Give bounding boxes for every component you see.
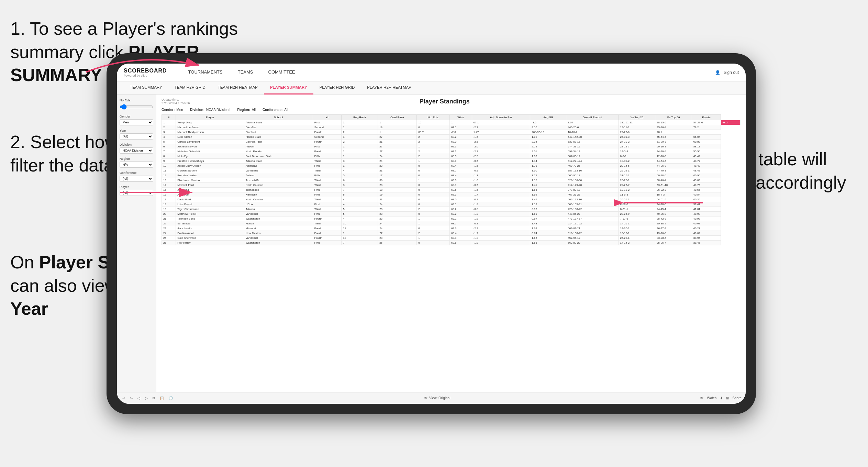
gender-label: Gender (120, 115, 153, 118)
redo-button[interactable]: ↪ (129, 396, 134, 401)
table-row: 21Taehoon SongWashingtonFourth423169.1-1… (162, 216, 741, 221)
app-header: SCOREBOARD Powered by clipp TOURNAMENTS … (117, 64, 746, 81)
col-overall-record: Overall Record (566, 115, 619, 120)
sub-nav-team-h2h-heatmap[interactable]: TEAM H2H HEATMAP (212, 81, 264, 94)
col-vs-top25: Vs Top 25 (619, 115, 655, 120)
forward-button[interactable]: ▷ (144, 396, 149, 401)
update-time-label: Update time: (162, 98, 190, 101)
tablet-screen: SCOREBOARD Powered by clipp TOURNAMENTS … (117, 64, 746, 404)
division-label: Division (120, 143, 153, 146)
col-no-rds: No. Rds. (417, 115, 450, 120)
undo-button[interactable]: ↩ (121, 396, 126, 401)
update-time-value: 27/03/2024 16:56:26 (162, 101, 190, 105)
watch-label[interactable]: Watch (707, 396, 716, 400)
toolbar-left: ↩ ↪ ◁ ▷ ⧉ 📋 🕐 (121, 396, 174, 401)
sub-nav-team-h2h-grid[interactable]: TEAM H2H GRID (168, 81, 212, 94)
table-row: 5Christo LamprechtGeorgia TechFourth2212… (162, 140, 741, 144)
filter-region: Region: All (237, 108, 256, 112)
col-adj-score: Adj. Score to Par (472, 115, 530, 120)
table-row: 1Wenyi DingArizona StateFirst1115167.1-3… (162, 120, 741, 125)
main-nav: TOURNAMENTS TEAMS COMMITTEE (181, 64, 715, 81)
download-icon[interactable]: ⬇ (720, 396, 723, 400)
table-row: 19Tiger ChristensenArizonaThird523269.2-… (162, 207, 741, 212)
filter-division: Division: NCAA Division I (190, 108, 231, 112)
col-school: School (244, 115, 313, 120)
sign-out-link[interactable]: Sign out (724, 70, 739, 75)
table-row: 12Brendan ValdesAuburnFifth517068.4-1.11… (162, 173, 741, 178)
filter-gender: Gender: Men (162, 108, 183, 112)
toolbar-center: 👁 View: Original (424, 396, 450, 400)
table-header: # Player School Yr Reg Rank Conf Rank No… (162, 115, 741, 120)
conference-select[interactable]: (All) (120, 176, 153, 182)
bottom-toolbar: ↩ ↪ ◁ ▷ ⧉ 📋 🕐 👁 View: Original 👁 Watch ⬇… (117, 392, 746, 404)
tablet-device: SCOREBOARD Powered by clipp TOURNAMENTS … (107, 53, 756, 414)
main-content: No Rds. Gender Men Year (All) Division N… (117, 94, 746, 404)
step1-number: 1. (10, 19, 25, 38)
table-row: 23Jack LundinMissouriFourth1124068.6-2.3… (162, 226, 741, 231)
conference-label: Conference (120, 171, 153, 175)
sub-nav-team-summary[interactable]: TEAM SUMMARY (124, 81, 168, 94)
table-row: 9Preston SummerhaysArizona StateThird324… (162, 159, 741, 164)
share-label[interactable]: Share (732, 396, 742, 400)
table-row: 20Matthew RiedelVanderbiltFifth523069.2-… (162, 212, 741, 216)
division-select[interactable]: NCAA Division I (120, 147, 153, 154)
back-button[interactable]: ◁ (136, 396, 142, 401)
table-row: 10Jacob Skov OlesenArkansasFifth123068.4… (162, 164, 741, 168)
nav-right: 👤 Sign out (715, 70, 739, 75)
table-row: 18Luke PowellUCLAFirst424069.1-1.81.1350… (162, 202, 741, 207)
no-rds-label: No Rds. (120, 99, 153, 102)
table-row: 25Cole SherwoodVanderbiltFourth1223169.3… (162, 236, 741, 241)
copy-button[interactable]: ⧉ (151, 396, 156, 401)
filters-row: Gender: Men Division: NCAA Division I Re… (162, 108, 741, 112)
table-row: 13Phichaksn MaichonTexas A&MThird630169.… (162, 178, 741, 183)
sub-nav-player-h2h-heatmap[interactable]: PLAYER H2H HEATMAP (361, 81, 418, 94)
user-icon: 👤 (715, 70, 720, 75)
view-label[interactable]: View: Original (429, 396, 450, 400)
sub-nav-player-h2h-grid[interactable]: PLAYER H2H GRID (313, 81, 361, 94)
year-select[interactable]: (All) (120, 133, 153, 140)
col-vs-top50: Vs Top 50 (655, 115, 692, 120)
table-row: 6Jackson KoivunAuburnFirst127167.3-2.02.… (162, 144, 741, 149)
no-rds-slider[interactable] (120, 103, 153, 111)
year-label: Year (120, 129, 153, 132)
table-row: 4Luke ClatonFlorida StateSecond127268.2-… (162, 135, 741, 140)
table-row: 14Maxwell FordNorth CarolinaThird323069.… (162, 183, 741, 188)
update-time-block: Update time: 27/03/2024 16:56:26 (162, 98, 190, 105)
clock-button[interactable]: 🕐 (167, 396, 174, 401)
col-points: Points (692, 115, 721, 120)
sub-nav-player-summary[interactable]: PLAYER SUMMARY (264, 81, 313, 94)
step4-text1: On (10, 252, 39, 272)
standings-table: # Player School Yr Reg Rank Conf Rank No… (162, 114, 741, 245)
grid-icon[interactable]: ⊞ (726, 396, 729, 400)
sidebar: No Rds. Gender Men Year (All) Division N… (117, 94, 156, 404)
col-conf-rank: Conf Rank (378, 115, 417, 120)
table-row: 2Michael Le SassoOle MissSecond118067.1-… (162, 125, 741, 130)
table-row: 22Ian GilliganFloridaThird1024168.7-0.81… (162, 221, 741, 226)
step2-number: 2. (10, 132, 25, 152)
table-row: 24Bastian AmatNew MexicoFourth127269.4-1… (162, 231, 741, 236)
eye-icon: 👁 (424, 396, 427, 400)
table-row: 26Petr HrubyWashingtonFifth725068.6-1.81… (162, 241, 741, 245)
nav-teams[interactable]: TEAMS (230, 64, 261, 81)
player-label: Player (120, 185, 153, 189)
toolbar-right: 👁 Watch ⬇ ⊞ Share (700, 396, 742, 400)
step4-bold2: Year (10, 299, 48, 319)
region-label: Region (120, 157, 153, 160)
col-avg-sg: Avg SG (530, 115, 566, 120)
table-row: 17David FordNorth CarolinaThird421069.0-… (162, 197, 741, 202)
gender-select[interactable]: Men (120, 119, 153, 125)
table-row: 16Alex GoffKentuckyFifth819068.3-1.71.92… (162, 192, 741, 197)
table-body: 1Wenyi DingArizona StateFirst1115167.1-3… (162, 120, 741, 245)
paste-button[interactable]: 📋 (158, 396, 165, 401)
nav-committee[interactable]: COMMITTEE (261, 64, 303, 81)
watch-icon: 👁 (700, 396, 703, 400)
col-player: Player (176, 115, 244, 120)
sub-nav: TEAM SUMMARY TEAM H2H GRID TEAM H2H HEAT… (117, 81, 746, 94)
table-title: Player Standings (190, 98, 699, 105)
player-select[interactable]: (All) (120, 190, 153, 196)
table-area: Update time: 27/03/2024 16:56:26 Player … (156, 94, 746, 404)
region-select[interactable]: N/A (120, 162, 153, 168)
nav-tournaments[interactable]: TOURNAMENTS (181, 64, 230, 81)
app-logo: SCOREBOARD Powered by clipp (124, 68, 167, 77)
table-row: 11Gordon SargentVanderbiltThird421068.7-… (162, 168, 741, 173)
